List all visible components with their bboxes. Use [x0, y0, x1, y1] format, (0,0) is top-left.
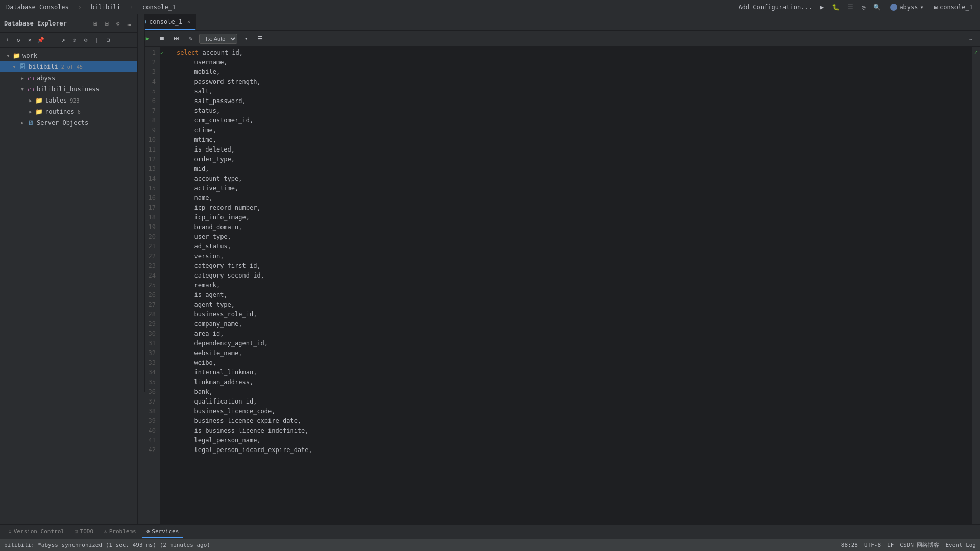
code-line-13: mid,	[168, 164, 972, 174]
tree-item-bilibili[interactable]: ▼ 🗄 bilibili 2 of 45	[0, 61, 137, 72]
disconnect-button[interactable]: ✕	[24, 35, 35, 45]
tx-settings-button[interactable]: ▾	[240, 33, 252, 44]
tree-label-server-objects: Server Objects	[37, 119, 88, 127]
tx-select[interactable]: Tx: Auto	[199, 34, 237, 44]
code-text-line-17: icp_record_number,	[168, 203, 261, 213]
top-bar-database-consoles[interactable]: Database Consoles	[4, 3, 71, 12]
tree-label-work: work	[22, 52, 37, 59]
sidebar: Database Explorer ⊞ ⊟ ⚙ … + ↻ ✕ 📌 ≡ ↗ ⊕ …	[0, 14, 138, 524]
services-icon: ⚙	[146, 528, 150, 535]
coverage-button-top[interactable]: ☰	[846, 3, 855, 12]
todo-icon: ☑	[75, 528, 78, 535]
settings-button[interactable]: ⚙	[81, 35, 91, 45]
arrow-bilibili[interactable]: ▼	[10, 63, 18, 71]
code-line-37: qualification_id,	[168, 397, 972, 407]
arrow-server-objects[interactable]: ▶	[18, 119, 27, 127]
code-line-32: website_name,	[168, 348, 972, 358]
sidebar-header-icons: ⊞ ⊟ ⚙ …	[91, 19, 133, 28]
debug-button-top[interactable]: 🐛	[830, 3, 842, 12]
user-dropdown-icon: ▾	[920, 4, 924, 11]
folder-icon-work: 📁	[12, 52, 20, 60]
code-text-line-37: qualification_id,	[168, 397, 257, 407]
tree-item-abyss[interactable]: ▶ 🗃 abyss	[0, 72, 137, 84]
code-line-41: legal_person_name,	[168, 436, 972, 445]
code-line-26: is_agent,	[168, 290, 972, 300]
editor-tab-console1[interactable]: ■ console_1 ✕	[138, 14, 196, 30]
stop-query-button[interactable]: ⏹	[156, 33, 167, 44]
sidebar-icon-collapse[interactable]: ⊟	[103, 19, 111, 28]
code-text-line-8: crm_customer_id,	[168, 116, 253, 126]
code-content[interactable]: ✓select account_id, username, mobile, pa…	[160, 47, 972, 524]
code-text-line-20: user_type,	[168, 232, 231, 242]
code-line-3: mobile,	[168, 67, 972, 77]
code-text-line-16: name,	[168, 193, 213, 203]
version-control-icon: ↕	[8, 528, 12, 535]
jump-button[interactable]: ↗	[58, 35, 68, 45]
toolbar-more-button[interactable]: …	[965, 33, 976, 44]
code-line-15: active_time,	[168, 184, 972, 193]
add-connection-button[interactable]: +	[2, 35, 12, 45]
bottom-tab-version-control[interactable]: ↕ Version Control	[4, 526, 68, 538]
csdn-label[interactable]: CSDN 网络博客	[900, 541, 939, 549]
services-label: Services	[152, 528, 179, 535]
tab-label: console_1	[149, 18, 182, 26]
user-badge[interactable]: abyss ▾	[887, 3, 926, 12]
console-badge[interactable]: ⊞ console_1	[931, 3, 976, 12]
code-text-line-26: is_agent,	[168, 290, 228, 300]
pin-button[interactable]: 📌	[36, 35, 46, 45]
add-config-button[interactable]: Add Configuration...	[736, 3, 814, 12]
profile-button-top[interactable]: ◷	[860, 3, 867, 12]
arrow-work[interactable]: ▼	[4, 52, 12, 60]
top-bar-console1[interactable]: console_1	[140, 3, 178, 12]
tree-item-tables[interactable]: ▶ 📁 tables 923	[0, 95, 137, 106]
sidebar-toolbar: + ↻ ✕ 📌 ≡ ↗ ⊕ ⚙ | ⊟	[0, 33, 137, 48]
sidebar-icon-more[interactable]: …	[125, 19, 133, 28]
arrow-abyss[interactable]: ▶	[18, 74, 27, 82]
run-button-top[interactable]: ▶	[818, 3, 826, 12]
top-bar: Database Consoles › bilibili › console_1…	[0, 0, 980, 14]
tab-close-button[interactable]: ✕	[187, 19, 190, 24]
bottom-tab-services[interactable]: ⚙ Services	[142, 526, 183, 538]
arrow-bilibili-business[interactable]: ▼	[18, 85, 27, 93]
arrow-routines[interactable]: ▶	[27, 108, 35, 116]
code-line-5: salt,	[168, 87, 972, 96]
top-bar-bilibili[interactable]: bilibili	[89, 3, 122, 12]
run-file-button[interactable]: ⏭	[170, 33, 182, 44]
editor-toolbar: ▶ ⏹ ⏭ ✎ Tx: Auto ▾ ☰ …	[138, 31, 980, 47]
user-name: abyss	[899, 4, 918, 11]
tree-label-routines: routines	[45, 108, 75, 115]
tree-item-bilibili-business[interactable]: ▼ 🗃 bilibili_business	[0, 84, 137, 95]
bilibili-badge: 2 of 45	[61, 64, 83, 70]
schema-filter-button[interactable]: ≡	[47, 35, 57, 45]
sidebar-tree: ▼ 📁 work ▼ 🗄 bilibili 2 of 45 ▶ 🗃 abyss	[0, 48, 137, 524]
tree-item-routines[interactable]: ▶ 📁 routines 6	[0, 106, 137, 117]
bottom-tab-todo[interactable]: ☑ TODO	[70, 526, 97, 538]
routines-badge: 6	[78, 109, 81, 115]
code-text-line-35: linkman_address,	[168, 378, 253, 387]
refresh-button[interactable]: ↻	[13, 35, 23, 45]
code-text-line-10: mtime,	[168, 135, 216, 145]
edit-button[interactable]: ✎	[185, 33, 196, 44]
code-line-2: username,	[168, 58, 972, 67]
format-button[interactable]: ☰	[255, 33, 266, 44]
code-line-1: ✓select account_id,	[168, 48, 972, 58]
arrow-tables[interactable]: ▶	[27, 96, 35, 105]
code-line-23: category_first_id,	[168, 261, 972, 271]
editor-tabs: ■ console_1 ✕	[138, 14, 980, 31]
event-log-button[interactable]: Event Log	[945, 542, 976, 548]
sidebar-icon-settings[interactable]: ⚙	[114, 19, 122, 28]
sidebar-icon-layout[interactable]: ⊞	[91, 19, 100, 28]
search-button-top[interactable]: 🔍	[871, 3, 883, 12]
code-line-6: salt_password,	[168, 96, 972, 106]
code-line-38: business_licence_code,	[168, 407, 972, 416]
tree-item-server-objects[interactable]: ▶ 🖥 Server Objects	[0, 117, 137, 129]
code-line-29: company_name,	[168, 319, 972, 329]
db-icon-bilibili: 🗄	[18, 63, 27, 71]
tree-item-work[interactable]: ▼ 📁 work	[0, 50, 137, 61]
filter-button[interactable]: ⊟	[103, 35, 113, 45]
tree-label-bilibili: bilibili	[29, 63, 58, 70]
code-text-line-21: ad_status,	[168, 242, 231, 252]
expand-all-button[interactable]: ⊕	[69, 35, 80, 45]
bottom-tab-problems[interactable]: ⚠ Problems	[100, 526, 140, 538]
bottom-tabs: ↕ Version Control ☑ TODO ⚠ Problems ⚙ Se…	[0, 524, 980, 539]
